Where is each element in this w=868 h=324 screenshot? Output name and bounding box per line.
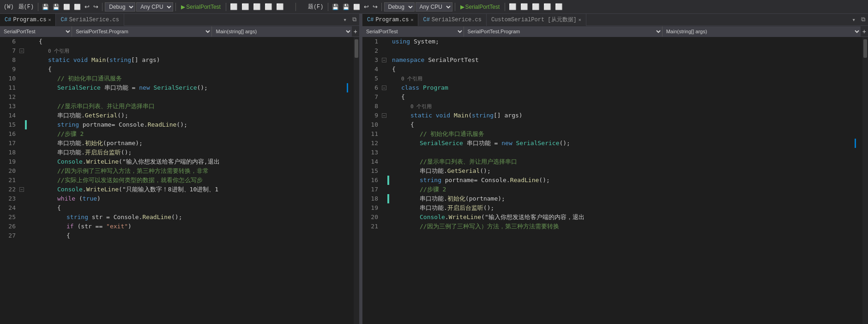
toolbar-btn-rr2[interactable]: ⬜ [519, 2, 530, 11]
right-line-numbers: 1 2 3 4 5 6 7 8 9 10 11 12 13 14 15 16 1 [362, 37, 381, 324]
toolbar-btn-undo[interactable]: ↩ [83, 2, 91, 11]
tab-label-serial-right: SerialSerice.cs [432, 17, 482, 23]
right-linenum-14: 14 [362, 157, 378, 166]
right-nav-btn1[interactable]: + [861, 28, 868, 35]
left-nav-btn1[interactable]: + [352, 28, 359, 35]
tab-icon-serial-right: C# [423, 17, 429, 23]
code-line-26: if (str == "exit") [30, 222, 354, 231]
right-code-lines[interactable]: using System; namespace SerialPortTest { [390, 37, 862, 324]
tab-serial-right[interactable]: C# SerialSerice.cs [418, 14, 486, 26]
left-linenum-9: 9 [0, 65, 16, 74]
split-button-left[interactable]: ⧉ [350, 16, 359, 23]
tab-icon-program-right: C# [367, 17, 374, 23]
code-line-23: while (true) [30, 194, 354, 203]
right-linenum-5: 5 [362, 74, 378, 83]
toolbar-btn-box2[interactable]: ⬜ [72, 3, 82, 11]
right-scrollbar[interactable] [862, 37, 868, 324]
left-nav-namespace[interactable]: SerialPortTest [0, 26, 72, 37]
left-scrollbar[interactable] [354, 37, 359, 324]
tab-close-program-left[interactable]: ✕ [48, 17, 51, 23]
left-linenum-23: 23 [0, 194, 16, 203]
r-code-line-10: { [392, 120, 862, 129]
r-code-line-11: // 初始化串口通讯服务 [392, 129, 862, 139]
right-linenum-9: 9 [362, 111, 378, 120]
right-nav-class[interactable]: SerialPortTest.Program [464, 26, 663, 37]
code-line-25: string str = Console.ReadLine(); [30, 213, 354, 222]
toolbar-btn-save-r1[interactable]: 💾 [331, 3, 340, 11]
right-nav-namespace[interactable]: SerialPortTest [362, 26, 464, 37]
toolbar-separator-2 [102, 3, 102, 11]
toolbar-btn-save2[interactable]: 💾 [51, 3, 61, 11]
tab-icon-program-left: C# [5, 17, 11, 23]
toolbar-btn-box1[interactable]: ⬜ [62, 3, 72, 11]
tab-overflow-right[interactable]: ▾ [849, 16, 858, 24]
toolbar-btn-rr4[interactable]: ⬜ [542, 2, 553, 11]
toolbar-btn-rr5[interactable]: ⬜ [554, 2, 564, 11]
menu-f-left[interactable]: 题(F) [17, 3, 36, 11]
left-linenum-26: 26 [0, 222, 16, 231]
cpu-dropdown-right[interactable]: Any CPU [416, 2, 452, 12]
toolbar-btn-save[interactable]: 💾 [41, 3, 50, 11]
toolbar-btn-r2[interactable]: ⬜ [240, 2, 251, 11]
tab-close-program-right[interactable]: ✕ [410, 17, 413, 23]
right-linenum-3: 3 [362, 55, 378, 65]
collapse-icon-r6[interactable]: − [382, 86, 386, 90]
collapse-icon-22[interactable]: − [19, 187, 24, 192]
play-button-right[interactable]: ▶ SerialPortTest [458, 3, 503, 11]
tab-serial-left[interactable]: C# SerialSerice.cs [56, 14, 124, 26]
tab-label-program-left: Program.cs [13, 17, 46, 23]
left-collapse-gutter: − − [18, 37, 25, 324]
code-line-6: { [30, 37, 354, 46]
r-code-line-12: SerialSerice 串口功能 = new SerialSerice(); [392, 139, 862, 148]
left-code-lines[interactable]: { 0 个引用 static void Main(string[] args) … [28, 37, 354, 324]
tab-program-left[interactable]: C# Program.cs ✕ [0, 14, 56, 26]
menu-f-right[interactable]: 题(F) [306, 3, 326, 11]
collapse-icon-r3[interactable]: − [382, 58, 386, 62]
tab-custom-right[interactable]: CustomSerialPort [从元数据] ✕ [487, 14, 586, 26]
left-linenum-25: 25 [0, 213, 16, 222]
split-button-right[interactable]: ⧉ [858, 16, 868, 23]
code-line-22: Console.WriteLine("只能输入数字！8进制、10进制、1 [30, 185, 354, 194]
left-linenum-22: 22 [0, 185, 16, 194]
right-tab-bar: C# Program.cs ✕ C# SerialSerice.cs Custo… [362, 14, 868, 26]
left-nav-class[interactable]: SerialPortTest.Program [72, 26, 212, 37]
left-tab-bar: C# Program.cs ✕ C# SerialSerice.cs ▾ ⧉ [0, 14, 359, 26]
collapse-icon-r9[interactable]: − [382, 113, 386, 118]
toolbar-btn-r1[interactable]: ⬜ [229, 2, 239, 11]
right-nav-method[interactable]: Main(string[] args) [663, 26, 861, 37]
menu-w[interactable]: (W) [2, 4, 16, 10]
collapse-icon-7[interactable]: − [19, 49, 24, 53]
code-line-9: { [30, 65, 354, 74]
left-linenum-14: 14 [0, 111, 16, 120]
tab-program-right[interactable]: C# Program.cs ✕ [362, 14, 418, 26]
tab-overflow-left[interactable]: ▾ [340, 16, 350, 24]
toolbar-btn-redo-r[interactable]: ↪ [371, 2, 379, 11]
toolbar-btn-r3[interactable]: ⬜ [252, 2, 262, 11]
left-editor[interactable]: 6 7 8 9 10 11 12 13 14 15 16 17 18 19 20… [0, 37, 359, 324]
debug-dropdown-right[interactable]: Debug [384, 2, 415, 12]
left-nav-method[interactable]: Main(string[] args) [212, 26, 351, 37]
toolbar-btn-rr1[interactable]: ⬜ [507, 2, 518, 11]
toolbar-btn-save-r2[interactable]: 💾 [341, 3, 351, 11]
right-collapse-gutter: − − − [381, 37, 387, 324]
toolbar-btn-box-r1[interactable]: ⬜ [352, 3, 362, 11]
toolbar-btn-r5[interactable]: ⬜ [275, 2, 285, 11]
left-line-numbers: 6 7 8 9 10 11 12 13 14 15 16 17 18 19 20… [0, 37, 18, 324]
tab-label-custom-right: CustomSerialPort [从元数据] [491, 16, 577, 24]
right-linenum-13: 13 [362, 148, 378, 157]
debug-dropdown-left[interactable]: Debug [105, 2, 135, 12]
r-code-line-2 [392, 46, 862, 55]
code-line-15: string portname= Console.ReadLine(); [30, 120, 354, 129]
toolbar-btn-undo-r[interactable]: ↩ [362, 2, 370, 11]
toolbar-btn-redo[interactable]: ↪ [92, 2, 100, 11]
play-button-left[interactable]: ▶ SerialPortTest [178, 3, 223, 11]
toolbar-btn-r4[interactable]: ⬜ [263, 2, 274, 11]
left-linenum-16: 16 [0, 129, 16, 139]
tab-close-custom-right[interactable]: ✕ [579, 17, 581, 23]
toolbar-btn-rr3[interactable]: ⬜ [530, 2, 541, 11]
right-editor[interactable]: 1 2 3 4 5 6 7 8 9 10 11 12 13 14 15 16 1 [362, 37, 868, 324]
code-line-10: // 初始化串口通讯服务 [30, 74, 354, 83]
right-linenum-12: 12 [362, 139, 378, 148]
cpu-dropdown-left[interactable]: Any CPU [136, 2, 173, 12]
r-code-line-18: 串口功能.初始化(portname); [392, 194, 862, 203]
